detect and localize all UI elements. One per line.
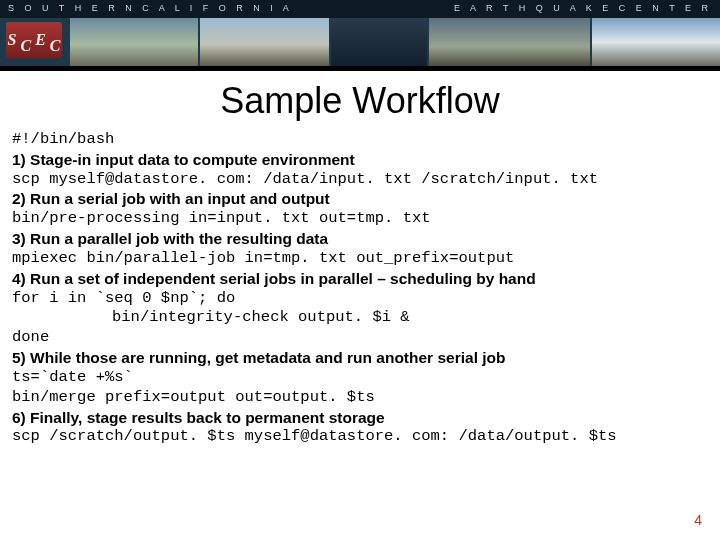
banner-photo [592, 18, 720, 66]
logo-letter-e: E [33, 31, 48, 49]
step-heading: 3) Run a parallel job with the resulting… [12, 229, 708, 249]
step-heading: 4) Run a set of independent serial jobs … [12, 269, 708, 289]
step-heading: 1) Stage-in input data to compute enviro… [12, 150, 708, 170]
header-banner: S O U T H E R N C A L I F O R N I A E A … [0, 0, 720, 66]
code-line: #!/bin/bash [12, 130, 708, 150]
code-line: ts=`date +%s` [12, 368, 708, 388]
step-heading: 6) Finally, stage results back to perman… [12, 408, 708, 428]
logo-letter-c: C [18, 37, 33, 55]
page-number: 4 [694, 512, 702, 528]
code-line: bin/merge prefix=output out=output. $ts [12, 388, 708, 408]
code-line: bin/pre-processing in=input. txt out=tmp… [12, 209, 708, 229]
slide-title: Sample Workflow [0, 80, 720, 122]
step-heading: 5) While those are running, get metadata… [12, 348, 708, 368]
banner-photo [331, 18, 427, 66]
banner-photo-strip [70, 18, 720, 66]
banner-photo [70, 18, 198, 66]
code-line: mpiexec bin/parallel-job in=tmp. txt out… [12, 249, 708, 269]
slide: S O U T H E R N C A L I F O R N I A E A … [0, 0, 720, 540]
org-name-left: S O U T H E R N C A L I F O R N I A [8, 3, 293, 13]
code-line-indented: bin/integrity-check output. $i & [12, 308, 708, 328]
org-name-right: E A R T H Q U A K E C E N T E R [454, 3, 712, 13]
scec-logo: S C E C [6, 22, 62, 58]
banner-photo [429, 18, 590, 66]
banner-photo [200, 18, 328, 66]
code-line: scp /scratch/output. $ts myself@datastor… [12, 427, 708, 447]
logo-letter-c2: C [48, 37, 63, 55]
step-heading: 2) Run a serial job with an input and ou… [12, 189, 708, 209]
logo-letter-s: S [6, 31, 19, 49]
code-line: scp myself@datastore. com: /data/input. … [12, 170, 708, 190]
banner-title-bar: S O U T H E R N C A L I F O R N I A E A … [0, 0, 720, 18]
code-line: done [12, 328, 708, 348]
banner-divider [0, 66, 720, 71]
slide-body: #!/bin/bash 1) Stage-in input data to co… [0, 130, 720, 447]
code-line: for i in `seq 0 $np`; do [12, 289, 708, 309]
